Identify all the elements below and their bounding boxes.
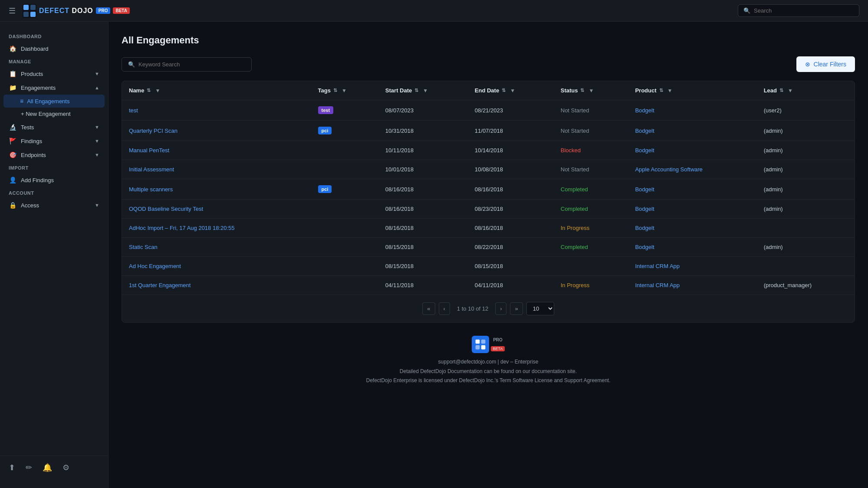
engagement-end-date: 10/08/2018: [468, 160, 554, 179]
product-link[interactable]: Bodgelt: [635, 225, 654, 231]
sidebar-item-add-findings[interactable]: 👤 Add Findings: [0, 173, 108, 187]
keyword-search-box[interactable]: 🔍: [122, 57, 252, 72]
filter-clear-icon: ⊗: [805, 61, 810, 68]
bell-icon[interactable]: 🔔: [43, 463, 52, 472]
engagement-status: Completed: [554, 238, 628, 257]
table-body: testtest08/07/202308/21/2023Not StartedB…: [122, 100, 855, 295]
filter-icon-status[interactable]: ▼: [589, 88, 594, 94]
engagement-name-link[interactable]: Quarterly PCI Scan: [129, 128, 178, 134]
sort-icon-tags[interactable]: ⇅: [333, 88, 337, 93]
global-search-input[interactable]: [754, 7, 854, 14]
sidebar-item-new-engagement[interactable]: + New Engagement: [0, 108, 108, 120]
filter-icon-lead[interactable]: ▼: [788, 88, 793, 94]
product-link[interactable]: Bodgelt: [635, 107, 654, 114]
engagement-lead: (admin): [757, 121, 855, 141]
chevron-down-icon-findings: ▼: [95, 138, 99, 144]
sort-icon-start[interactable]: ⇅: [414, 88, 418, 93]
engagement-name-link[interactable]: test: [129, 107, 138, 114]
engagement-end-date: 08/22/2018: [468, 238, 554, 257]
sort-icon-name[interactable]: ⇅: [147, 88, 151, 93]
engagement-name-link[interactable]: Static Scan: [129, 244, 158, 250]
sidebar-item-endpoints[interactable]: 🎯 Endpoints ▼: [0, 148, 108, 162]
product-link[interactable]: Bodgelt: [635, 186, 654, 193]
sidebar-item-tests[interactable]: 🔬 Tests ▼: [0, 120, 108, 134]
filter-icon-tags[interactable]: ▼: [342, 88, 347, 94]
product-link[interactable]: Bodgelt: [635, 206, 654, 212]
beta-badge: BETA: [113, 7, 129, 14]
sort-icon-status[interactable]: ⇅: [580, 88, 584, 93]
sidebar-item-products[interactable]: 📋 Products ▼: [0, 67, 108, 81]
engagement-name-link[interactable]: AdHoc Import – Fri, 17 Aug 2018 18:20:55: [129, 225, 235, 231]
sidebar-label-dashboard: Dashboard: [21, 46, 49, 52]
global-search-box[interactable]: 🔍: [738, 4, 859, 17]
product-link[interactable]: Bodgelt: [635, 244, 654, 250]
col-lead: Lead ⇅ ▼: [757, 81, 855, 100]
next-page-button[interactable]: ›: [495, 302, 506, 315]
footer-pro-label: PRO: [491, 336, 505, 344]
prev-page-button[interactable]: ‹: [439, 302, 450, 315]
filter-icon-product[interactable]: ▼: [667, 88, 673, 94]
table-row: Ad Hoc Engagement08/15/201808/15/2018Int…: [122, 257, 855, 276]
edit-icon[interactable]: ✏: [26, 463, 32, 472]
sort-icon-lead[interactable]: ⇅: [779, 88, 783, 93]
engagement-name-link[interactable]: 1st Quarter Engagement: [129, 282, 191, 288]
engagement-start-date: 08/16/2018: [378, 219, 468, 238]
engagement-status: Not Started: [554, 121, 628, 141]
product-link[interactable]: Bodgelt: [635, 147, 654, 154]
engagement-name-link[interactable]: Initial Assessment: [129, 166, 174, 173]
engagement-start-date: 04/11/2018: [378, 276, 468, 295]
table-row: 1st Quarter Engagement04/11/201804/11/20…: [122, 276, 855, 295]
engagement-start-date: 08/15/2018: [378, 238, 468, 257]
filter-icon-start[interactable]: ▼: [423, 88, 428, 94]
engagement-lead: (admin): [757, 238, 855, 257]
logo: DEFECT DOJO PRO BETA: [23, 4, 130, 18]
sidebar-item-all-engagements[interactable]: ≡ All Engagements: [3, 95, 105, 108]
keyword-search-input[interactable]: [138, 61, 245, 68]
sidebar-item-access[interactable]: 🔒 Access ▼: [0, 198, 108, 212]
product-link[interactable]: Bodgelt: [635, 128, 654, 134]
engagement-name-link[interactable]: Manual PenTest: [129, 147, 169, 154]
footer-line1: support@defectdojo.com | dev – Enterpris…: [130, 357, 846, 367]
settings-icon[interactable]: ⚙: [62, 463, 69, 472]
chevron-down-icon-tests: ▼: [95, 124, 99, 130]
engagement-lead: (admin): [757, 160, 855, 179]
sort-icon-end[interactable]: ⇅: [502, 88, 506, 93]
sidebar-item-findings[interactable]: 🚩 Findings ▼: [0, 134, 108, 148]
filter-icon-name[interactable]: ▼: [155, 88, 160, 94]
col-product: Product ⇅ ▼: [628, 81, 756, 100]
per-page-select[interactable]: 10 25 50 100: [526, 302, 554, 315]
footer-logo-icon: [472, 336, 489, 353]
filter-icon-end[interactable]: ▼: [510, 88, 515, 94]
menu-icon[interactable]: ☰: [9, 6, 16, 16]
engagement-start-date: 08/07/2023: [378, 100, 468, 121]
engagement-product: Internal CRM App: [628, 257, 756, 276]
product-link[interactable]: Internal CRM App: [635, 263, 680, 269]
engagement-lead: [757, 257, 855, 276]
engagement-name-link[interactable]: Multiple scanners: [129, 186, 173, 193]
engagement-status: In Progress: [554, 276, 628, 295]
col-start-date: Start Date ⇅ ▼: [378, 81, 468, 100]
sort-icon-product[interactable]: ⇅: [659, 88, 663, 93]
tag-badge: pci: [318, 185, 332, 193]
sidebar: DASHBOARD 🏠 Dashboard MANAGE 📋 Products …: [0, 22, 108, 488]
product-link[interactable]: Internal CRM App: [635, 282, 680, 288]
product-link[interactable]: Apple Accounting Software: [635, 166, 702, 173]
upload-icon[interactable]: ⬆: [9, 463, 15, 472]
engagement-product: Bodgelt: [628, 238, 756, 257]
footer-beta-label: BETA: [491, 346, 505, 351]
sidebar-item-engagements[interactable]: 📁 Engagements ▲: [0, 81, 108, 95]
main-content: All Engagements 🔍 ⊗ Clear Filters Name: [108, 22, 868, 488]
col-tags: Tags ⇅ ▼: [311, 81, 378, 100]
last-page-button[interactable]: »: [510, 302, 523, 315]
engagements-table: Name ⇅ ▼ Tags ⇅ ▼: [122, 81, 855, 295]
footer: PRO BETA support@defectdojo.com | dev – …: [122, 323, 855, 394]
first-page-button[interactable]: «: [422, 302, 435, 315]
engagement-name-link[interactable]: Ad Hoc Engagement: [129, 263, 181, 269]
clear-filters-button[interactable]: ⊗ Clear Filters: [796, 56, 855, 72]
svg-rect-2: [30, 5, 36, 10]
engagement-name-link[interactable]: OQOD Baseline Security Test: [129, 206, 203, 212]
clear-filters-label: Clear Filters: [814, 61, 846, 68]
engagement-start-date: 10/01/2018: [378, 160, 468, 179]
col-name: Name ⇅ ▼: [122, 81, 311, 100]
sidebar-item-dashboard[interactable]: 🏠 Dashboard: [0, 42, 108, 56]
